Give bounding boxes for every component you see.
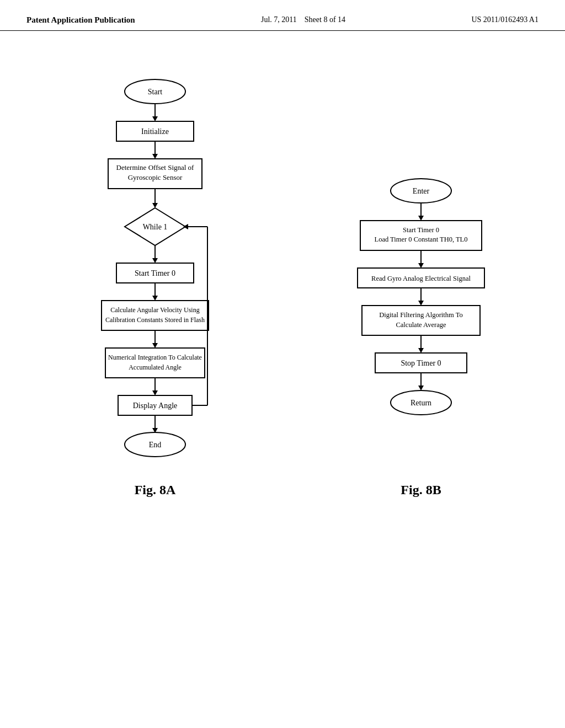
svg-text:While 1: While 1 — [143, 223, 168, 231]
svg-marker-12 — [152, 203, 158, 208]
svg-marker-16 — [152, 258, 158, 263]
svg-text:Display Angle: Display Angle — [133, 402, 178, 410]
svg-marker-3 — [152, 116, 158, 121]
header: Patent Application Publication Jul. 7, 2… — [0, 0, 565, 31]
svg-text:Determine Offset Signal of: Determine Offset Signal of — [116, 163, 195, 172]
svg-marker-25 — [152, 343, 158, 348]
svg-marker-20 — [152, 296, 158, 301]
svg-text:Numerical Integration To Calcu: Numerical Integration To Calculate — [108, 354, 202, 361]
fig8b-container: Enter Start Timer 0 Load Timer 0 Constan… — [347, 64, 495, 574]
fig8b-svg: Enter Start Timer 0 Load Timer 0 Constan… — [347, 64, 495, 571]
svg-text:Start Timer 0: Start Timer 0 — [135, 269, 175, 277]
svg-text:Fig. 8A: Fig. 8A — [135, 483, 176, 497]
svg-marker-36 — [183, 224, 188, 229]
svg-text:Enter: Enter — [413, 187, 430, 195]
svg-text:Accumulated Angle: Accumulated Angle — [129, 363, 182, 371]
svg-text:Digital Filtering Algorithm To: Digital Filtering Algorithm To — [379, 311, 462, 319]
svg-text:Stop Timer 0: Stop Timer 0 — [401, 359, 441, 367]
svg-text:Initialize: Initialize — [141, 127, 169, 136]
svg-text:Calculate Angular Velocity Usi: Calculate Angular Velocity Using — [110, 306, 199, 314]
svg-rect-55 — [362, 306, 480, 335]
svg-marker-30 — [152, 390, 158, 395]
svg-marker-63 — [418, 386, 424, 390]
svg-text:Calculate Average: Calculate Average — [396, 321, 446, 329]
header-right: US 2011/0162493 A1 — [471, 15, 539, 24]
svg-text:Calibration Constants Stored i: Calibration Constants Stored in Flash — [105, 316, 205, 324]
fig8a-svg: Start Initialize Determine Offset Signal… — [70, 64, 241, 571]
header-center: Jul. 7, 2011 Sheet 8 of 14 — [261, 15, 345, 24]
svg-text:Return: Return — [411, 399, 431, 407]
fig8a-container: Start Initialize Determine Offset Signal… — [70, 64, 241, 574]
svg-marker-50 — [418, 263, 424, 268]
svg-text:Fig. 8B: Fig. 8B — [401, 483, 441, 497]
header-left: Patent Application Publication — [26, 15, 135, 25]
svg-text:Read Gyro Analog Electrical Si: Read Gyro Analog Electrical Signal — [371, 275, 471, 282]
svg-text:Gyroscopic Sensor: Gyroscopic Sensor — [128, 173, 183, 181]
svg-marker-54 — [418, 301, 424, 306]
svg-text:Load Timer 0 Constant TH0, TL0: Load Timer 0 Constant TH0, TL0 — [375, 235, 468, 243]
svg-text:Start Timer 0: Start Timer 0 — [403, 226, 439, 234]
svg-marker-7 — [152, 154, 158, 159]
svg-rect-21 — [102, 301, 209, 330]
svg-marker-45 — [418, 216, 424, 221]
svg-text:Start: Start — [148, 88, 163, 96]
svg-text:End: End — [149, 441, 162, 449]
main-content: Start Initialize Determine Offset Signal… — [0, 31, 565, 585]
svg-rect-26 — [105, 348, 205, 378]
svg-marker-59 — [418, 348, 424, 353]
